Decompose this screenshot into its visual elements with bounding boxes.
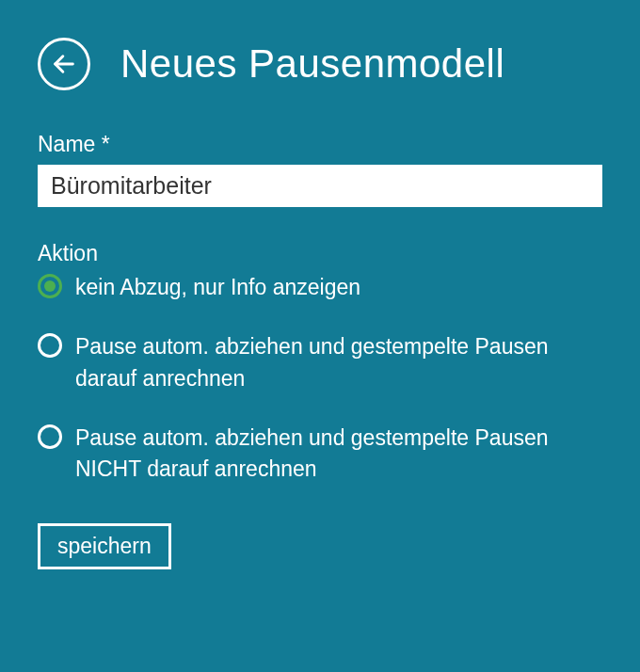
arrow-left-icon: [51, 51, 77, 77]
radio-dot-icon: [44, 280, 56, 292]
radio-indicator: [38, 333, 62, 358]
radio-indicator: [38, 424, 62, 449]
radio-option-no-deduction[interactable]: kein Abzug, nur Info anzeigen: [38, 272, 602, 303]
name-field-group: Name *: [38, 132, 602, 207]
save-button[interactable]: speichern: [38, 523, 171, 569]
name-input[interactable]: [38, 165, 602, 207]
radio-option-deduct-no-credit[interactable]: Pause autom. abziehen und gestempelte Pa…: [38, 423, 602, 486]
radio-label: Pause autom. abziehen und gestempelte Pa…: [75, 423, 602, 486]
page-header: Neues Pausenmodell: [38, 38, 602, 90]
radio-label: kein Abzug, nur Info anzeigen: [75, 272, 360, 303]
radio-indicator: [38, 274, 62, 298]
action-label: Aktion: [38, 241, 602, 266]
back-button[interactable]: [38, 38, 90, 90]
radio-label: Pause autom. abziehen und gestempelte Pa…: [75, 331, 602, 394]
action-group: Aktion kein Abzug, nur Info anzeigen Pau…: [38, 241, 602, 486]
page-title: Neues Pausenmodell: [120, 41, 504, 87]
radio-option-deduct-credit[interactable]: Pause autom. abziehen und gestempelte Pa…: [38, 331, 602, 394]
name-label: Name *: [38, 132, 602, 157]
